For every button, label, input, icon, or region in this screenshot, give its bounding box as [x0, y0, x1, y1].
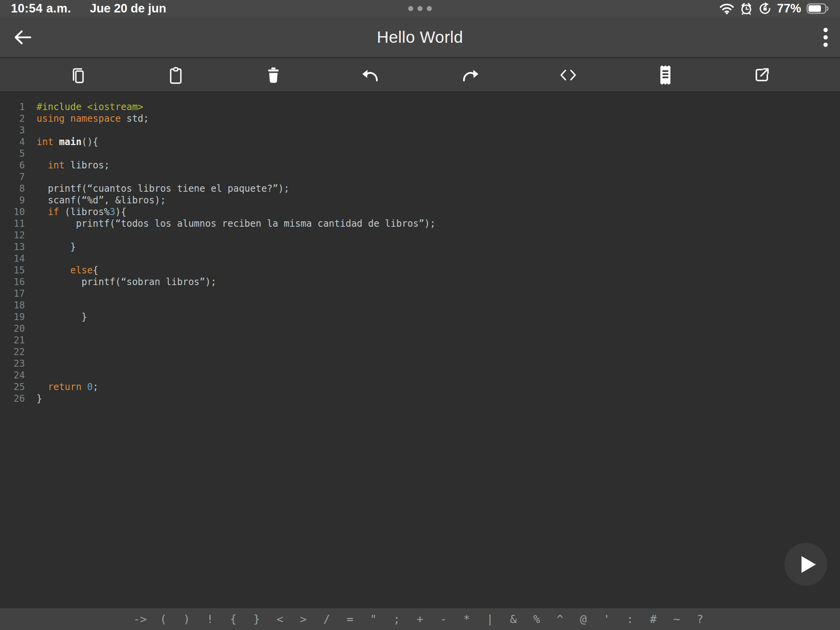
- code-line: 9 scanf(“%d”, &libros);: [0, 194, 840, 206]
- symbol-key[interactable]: ): [175, 608, 198, 630]
- code-line: 21: [0, 334, 840, 346]
- symbol-key[interactable]: -: [432, 608, 455, 630]
- code-lines: 1#include <iostream>2using namespace std…: [0, 101, 840, 404]
- symbol-key[interactable]: +: [408, 608, 432, 630]
- symbol-key[interactable]: /: [315, 608, 338, 630]
- line-number: 9: [0, 194, 25, 206]
- line-number: 3: [0, 124, 25, 136]
- line-number: 5: [0, 148, 25, 159]
- symbol-key[interactable]: }: [245, 608, 268, 630]
- code-text: }: [37, 393, 42, 404]
- run-button[interactable]: [784, 543, 827, 586]
- line-number: 14: [0, 253, 25, 264]
- line-number: 12: [0, 229, 25, 241]
- line-number: 2: [0, 113, 25, 124]
- copy-button[interactable]: [67, 64, 89, 86]
- code-line: 10 if (libros%3){: [0, 206, 840, 218]
- code-line: 14: [0, 253, 840, 264]
- code-snippets-button[interactable]: [556, 65, 580, 86]
- code-text: printf(“cuantos libros tiene el paquete?…: [37, 183, 289, 194]
- code-editor[interactable]: 1#include <iostream>2using namespace std…: [0, 93, 840, 404]
- symbol-bar-keys: ->()!{}<>/=";+-*|&%^@':#~?: [128, 608, 712, 630]
- title-bar: Hello World: [0, 17, 840, 58]
- redo-icon: [459, 65, 480, 85]
- open-external-button[interactable]: [751, 64, 773, 86]
- delete-button[interactable]: [262, 64, 285, 86]
- symbol-key[interactable]: *: [455, 608, 478, 630]
- code-line: 2using namespace std;: [0, 113, 840, 124]
- line-number: 6: [0, 159, 25, 171]
- code-line: 1#include <iostream>: [0, 101, 840, 113]
- symbol-key[interactable]: ': [595, 608, 618, 630]
- code-brackets-icon: [558, 66, 579, 84]
- orientation-lock-icon: [758, 2, 772, 15]
- line-number: 13: [0, 241, 25, 253]
- code-text: }: [37, 311, 87, 323]
- line-number: 26: [0, 393, 25, 404]
- back-button[interactable]: [12, 28, 33, 47]
- undo-icon: [361, 65, 382, 85]
- alarm-icon: [740, 2, 753, 15]
- paste-button[interactable]: [164, 64, 187, 86]
- page-title: Hello World: [377, 28, 463, 47]
- symbol-key[interactable]: ^: [548, 608, 572, 630]
- symbol-key[interactable]: <: [268, 608, 292, 630]
- line-number: 11: [0, 218, 25, 229]
- code-text: using namespace std;: [37, 113, 149, 124]
- code-line: 17: [0, 288, 840, 299]
- trash-icon: [264, 65, 283, 85]
- symbol-key[interactable]: %: [525, 608, 548, 630]
- symbol-key[interactable]: =: [338, 608, 362, 630]
- symbol-bar: ->()!{}<>/=";+-*|&%^@':#~?: [0, 608, 840, 630]
- symbol-key[interactable]: &: [502, 608, 525, 630]
- line-number: 20: [0, 323, 25, 334]
- symbol-key[interactable]: ": [362, 608, 385, 630]
- play-icon: [784, 543, 827, 586]
- line-number: 25: [0, 381, 25, 393]
- code-line: 12: [0, 229, 840, 241]
- code-line: 22: [0, 346, 840, 358]
- code-text: int main(){: [37, 136, 98, 148]
- line-number: 18: [0, 299, 25, 311]
- receipt-icon: [657, 64, 674, 86]
- code-line: 13 }: [0, 241, 840, 253]
- symbol-key[interactable]: >: [292, 608, 315, 630]
- code-line: 8 printf(“cuantos libros tiene el paquet…: [0, 183, 840, 194]
- redo-button[interactable]: [458, 64, 481, 86]
- symbol-key[interactable]: (: [152, 608, 175, 630]
- code-line: 25 return 0;: [0, 381, 840, 393]
- code-line: 20: [0, 323, 840, 334]
- output-log-button[interactable]: [655, 63, 676, 88]
- code-text: scanf(“%d”, &libros);: [37, 194, 166, 206]
- symbol-key[interactable]: !: [198, 608, 222, 630]
- line-number: 21: [0, 334, 25, 346]
- symbol-key[interactable]: {: [222, 608, 245, 630]
- code-line: 19 }: [0, 311, 840, 323]
- copy-icon: [68, 65, 88, 85]
- line-number: 7: [0, 171, 25, 183]
- symbol-key[interactable]: @: [572, 608, 595, 630]
- code-line: 6 int libros;: [0, 159, 840, 171]
- line-number: 4: [0, 136, 25, 148]
- line-number: 15: [0, 264, 25, 276]
- overflow-menu-button[interactable]: [823, 27, 828, 48]
- kebab-menu-icon: [823, 27, 828, 48]
- code-text: return 0;: [37, 381, 98, 393]
- symbol-key[interactable]: :: [618, 608, 642, 630]
- status-time: 10:54 a.m.: [11, 2, 71, 16]
- symbol-key[interactable]: ~: [665, 608, 688, 630]
- code-line: 23: [0, 358, 840, 369]
- symbol-key[interactable]: |: [478, 608, 502, 630]
- status-left: 10:54 a.m. Jue 20 de jun: [11, 2, 166, 16]
- code-text: #include <iostream>: [37, 101, 144, 113]
- wifi-icon: [719, 3, 734, 14]
- symbol-key[interactable]: ?: [688, 608, 712, 630]
- line-number: 24: [0, 369, 25, 381]
- multitask-handle-icon[interactable]: [408, 6, 432, 11]
- symbol-key[interactable]: ->: [128, 608, 152, 630]
- symbol-key[interactable]: #: [642, 608, 665, 630]
- undo-button[interactable]: [360, 64, 383, 86]
- line-number: 8: [0, 183, 25, 194]
- symbol-key[interactable]: ;: [385, 608, 408, 630]
- line-number: 23: [0, 358, 25, 369]
